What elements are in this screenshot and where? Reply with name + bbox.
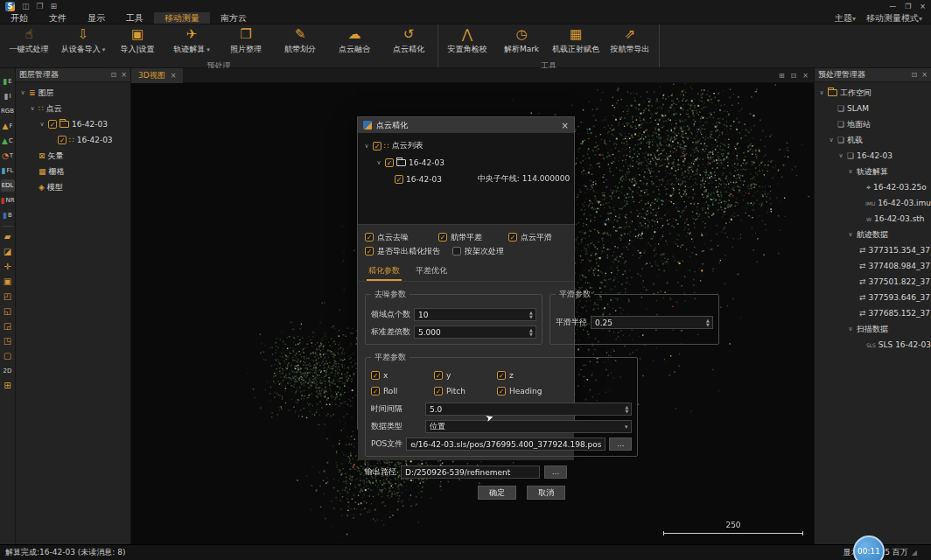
tree-item-矢量[interactable]: ⊠矢量 <box>16 148 130 164</box>
strip-button-◱[interactable]: ◱ <box>1 305 15 318</box>
tree-item[interactable]: ✓ 16-42-03 中央子午线: 114.000000 <box>363 171 569 187</box>
strip-button-▰[interactable]: ▰ <box>1 231 15 243</box>
ribbon-button-一键式处理[interactable]: ☝一键式处理 <box>2 25 56 60</box>
expander-icon[interactable]: ∨ <box>363 143 370 150</box>
expander-icon[interactable]: ∨ <box>837 152 844 159</box>
tree-item-377408.984_377491...[interactable]: ⇄377408.984_377491... <box>815 258 931 274</box>
chevron-down-icon[interactable]: ▾ <box>206 46 210 53</box>
checkbox-pitch[interactable]: ✓Pitch <box>434 384 497 398</box>
tree-item-377315.354_377399...[interactable]: ⇄377315.354_377399... <box>815 242 931 258</box>
strip-button-◪[interactable]: ◪ <box>1 246 15 258</box>
spinner-arrows-icon[interactable]: ▲▼ <box>704 318 712 327</box>
ribbon-button-点云融合[interactable]: ☁点云融合 <box>327 25 382 60</box>
checkbox[interactable]: ✓ <box>58 136 66 144</box>
strip-button-C[interactable]: ▲C <box>1 135 15 147</box>
spinner-arrows-icon[interactable]: ▲▼ <box>622 405 631 414</box>
checkbox-heading[interactable]: ✓Heading <box>497 384 560 398</box>
strip-button-E[interactable]: ▮E <box>1 75 15 88</box>
strip-button-RGB[interactable]: RGB <box>1 105 15 117</box>
tab-refine-params[interactable]: 精化参数 <box>367 263 402 281</box>
strip-button-◳[interactable]: ◳ <box>1 335 15 347</box>
checkbox[interactable]: ✓ <box>385 158 394 167</box>
output-browse-button[interactable]: ... <box>544 466 567 479</box>
tree-item-航迹数据[interactable]: ∨航迹数据 <box>815 227 931 242</box>
expander-icon[interactable]: ∨ <box>19 89 26 96</box>
menu-item-工具[interactable]: 工具 <box>116 12 154 24</box>
chevron-down-icon[interactable]: ▾ <box>102 46 106 53</box>
checkbox-y[interactable]: ✓y <box>434 368 497 382</box>
viewport-float-icon[interactable]: ⊡ <box>791 72 797 80</box>
close-icon[interactable]: × <box>920 3 926 10</box>
new-icon[interactable]: ⊞ <box>51 2 58 10</box>
tree-item-377685.152_377765...[interactable]: ⇄377685.152_377765... <box>815 305 931 321</box>
menu-item-移动测量[interactable]: 移动测量 <box>154 12 210 24</box>
expander-icon[interactable]: ∨ <box>375 159 382 166</box>
float-panel-icon[interactable]: ⊡ <box>111 71 117 79</box>
cancel-button[interactable]: 取消 <box>527 486 565 500</box>
checkbox[interactable] <box>452 247 461 256</box>
checkbox-by-sortie[interactable]: 按架次处理 <box>452 246 504 257</box>
tree-item-地面站[interactable]: ❏地面站 <box>815 116 931 132</box>
float-panel-icon[interactable]: ⊡ <box>912 71 918 79</box>
spinner-arrows-icon[interactable]: ▲▼ <box>527 311 536 319</box>
time-interval-stepper[interactable]: ▲▼ <box>425 402 632 416</box>
checkbox-x[interactable]: ✓x <box>371 368 434 382</box>
timer-badge[interactable]: 00:11 <box>853 536 885 560</box>
open-icon[interactable]: ❐ <box>37 2 44 10</box>
expander-icon[interactable]: ∨ <box>847 168 854 175</box>
tree-item-工作空间[interactable]: ∨工作空间 <box>815 85 931 101</box>
tree-item-SLAM[interactable]: ❏SLAM <box>815 101 931 116</box>
checkbox[interactable]: ✓ <box>508 233 517 242</box>
checkbox-strip-adjust[interactable]: ✓ 航带平差 <box>438 232 508 243</box>
ribbon-button-照片整理[interactable]: ❐照片整理 <box>219 25 273 60</box>
pos-file-field[interactable]: e/16-42-03.sls/pos/376995.400_377924.198… <box>406 438 606 451</box>
tree-item-16-42-03.imu[interactable]: IMU16-42-03.imu <box>815 195 931 211</box>
tree-item-点云[interactable]: ∨∷点云 <box>16 101 130 116</box>
ribbon-button-从设备导入[interactable]: ⇩从设备导入▾ <box>56 25 110 60</box>
ribbon-button-点云精化[interactable]: ↺点云精化 <box>382 25 436 60</box>
strip-button-F[interactable]: ▲F <box>1 120 15 132</box>
ribbon-button-机载正射赋色[interactable]: ▦机载正射赋色 <box>549 25 603 60</box>
tree-item-机载[interactable]: ∨❏机载 <box>815 132 931 148</box>
strip-button-EDL[interactable]: EDL <box>1 179 15 192</box>
strip-button-◲[interactable]: ◲ <box>1 320 15 332</box>
tree-item-377501.822_377584...[interactable]: ⇄377501.822_377584... <box>815 274 931 290</box>
checkbox[interactable]: ✓ <box>365 247 374 256</box>
tree-item[interactable]: ∨ ✓ 16-42-03 <box>363 154 569 171</box>
tab-close-icon[interactable]: × <box>171 72 177 80</box>
tree-item-轨迹解算[interactable]: ∨轨迹解算 <box>815 164 931 179</box>
stddev-multiple-stepper[interactable]: ▲▼ <box>414 326 536 339</box>
close-panel-icon[interactable]: × <box>921 71 928 79</box>
strip-button-2D[interactable]: 2D <box>1 365 15 377</box>
ribbon-button-解析Mark[interactable]: ◷解析Mark <box>494 25 549 60</box>
viewport-close-icon[interactable]: × <box>802 72 808 80</box>
tree-item-扫描数据[interactable]: ∨扫描数据 <box>815 321 931 337</box>
strip-button-▣[interactable]: ▣ <box>1 276 15 288</box>
checkbox-z[interactable]: ✓z <box>497 368 560 382</box>
save-icon[interactable]: ◫ <box>22 2 30 10</box>
checkbox[interactable]: ✓ <box>438 233 447 242</box>
resize-grip-icon[interactable]: ◢ <box>912 549 917 556</box>
tree-item-16-42-03[interactable]: ✓∷16-42-03 <box>16 132 130 148</box>
tab-adjust-optimize[interactable]: 平差优化 <box>414 263 449 281</box>
tree-item-16-42-03.sth[interactable]: W16-42-03.sth <box>815 211 931 227</box>
expander-icon[interactable]: ∨ <box>29 105 36 112</box>
tab-3d-view[interactable]: 3D视图 × <box>131 68 183 83</box>
smooth-radius-input[interactable] <box>592 318 704 327</box>
viewport-new-icon[interactable]: ⊞ <box>779 72 785 80</box>
expander-icon[interactable]: ∨ <box>847 231 854 238</box>
menu-item-开始[interactable]: 开始 <box>0 12 38 24</box>
tree-item-模型[interactable]: ◈模型 <box>16 179 130 195</box>
strip-button-T[interactable]: ◔T <box>1 150 15 162</box>
close-panel-icon[interactable]: × <box>121 71 127 79</box>
menu-item-移动测量模式[interactable]: 移动测量模式▾ <box>863 12 926 24</box>
checkbox[interactable]: ✓ <box>373 142 382 150</box>
strip-button-B[interactable]: ▮B <box>1 209 15 221</box>
ribbon-button-导入|设置[interactable]: ▣导入|设置 <box>110 25 164 60</box>
stddev-multiple-input[interactable] <box>415 328 527 337</box>
expander-icon[interactable]: ∨ <box>847 326 854 332</box>
tree-item-377593.646_377675...[interactable]: ⇄377593.646_377675... <box>815 290 931 305</box>
menu-item-南方云[interactable]: 南方云 <box>210 12 257 24</box>
strip-button-I[interactable]: ▮I <box>1 90 15 102</box>
tree-item-16-42-03.25o[interactable]: ⌖16-42-03.25o <box>815 179 931 195</box>
